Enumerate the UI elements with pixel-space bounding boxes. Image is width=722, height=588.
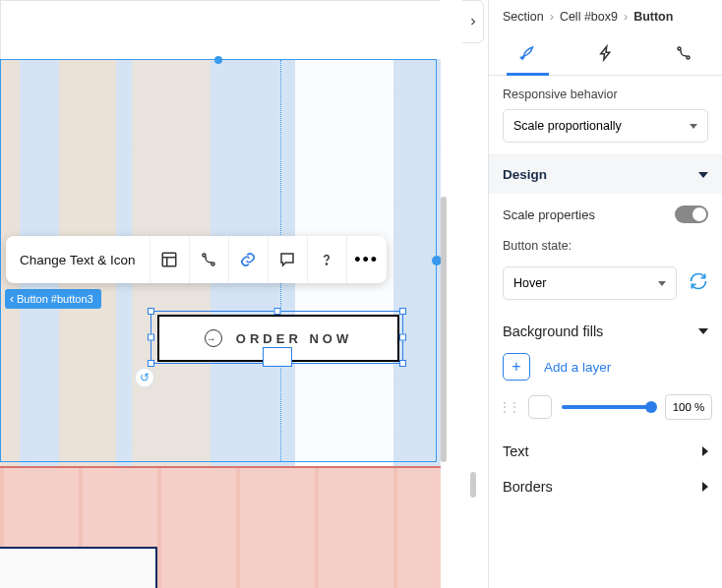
handle-mr[interactable] xyxy=(399,334,406,341)
responsive-select[interactable]: Scale proportionally xyxy=(503,109,708,143)
svg-point-1 xyxy=(203,254,206,257)
drag-handle-icon[interactable]: ⋮⋮ xyxy=(499,400,518,414)
responsive-label: Responsive behavior xyxy=(503,88,708,101)
selection-tag-label: Button #button3 xyxy=(17,293,93,305)
scale-properties-toggle[interactable] xyxy=(675,206,708,223)
animation-icon[interactable] xyxy=(190,236,229,283)
chevron-down-icon xyxy=(698,328,708,334)
floating-toolbar: Change Text & Icon ••• xyxy=(6,236,387,283)
svg-point-3 xyxy=(326,264,327,265)
change-text-label: Change Text & Icon xyxy=(20,253,136,267)
tab-animation[interactable] xyxy=(567,31,644,75)
crumb-section[interactable]: Section xyxy=(503,10,544,24)
change-text-button[interactable]: Change Text & Icon xyxy=(6,236,150,283)
chevron-down-icon xyxy=(698,172,708,178)
add-layer-label[interactable]: Add a layer xyxy=(544,360,611,375)
responsive-behavior-section: Responsive behavior Scale proportionally xyxy=(489,76,722,155)
editor-canvas[interactable]: → ORDER NOW Button #button3 ↺ Change Tex… xyxy=(0,0,484,588)
handle-tc[interactable] xyxy=(273,308,280,315)
chevron-right-icon xyxy=(702,482,708,492)
opacity-input[interactable]: 100 % xyxy=(665,394,712,420)
handle-tr[interactable] xyxy=(399,308,406,315)
scale-properties-label: Scale properties xyxy=(503,207,595,222)
handle-tl[interactable] xyxy=(148,308,154,315)
crumb-current: Button xyxy=(633,10,673,24)
fill-layer-row: ⋮⋮ 100 % xyxy=(489,390,722,434)
handle-bc[interactable] xyxy=(263,347,292,367)
scale-properties-row: Scale properties xyxy=(489,194,722,235)
fill-color-swatch[interactable] xyxy=(528,395,552,419)
canvas-scrollbar[interactable] xyxy=(441,197,447,462)
borders-section-label: Borders xyxy=(503,479,553,495)
canvas-blank-strip xyxy=(0,0,441,59)
tab-link[interactable] xyxy=(644,31,722,75)
responsive-value: Scale proportionally xyxy=(513,119,622,133)
page-scrollbar[interactable] xyxy=(470,472,476,498)
rotate-handle[interactable]: ↺ xyxy=(135,368,154,387)
svg-point-5 xyxy=(687,56,690,59)
chevron-right-icon xyxy=(702,446,708,456)
handle-ml[interactable] xyxy=(148,334,154,341)
panel-expand-toggle[interactable] xyxy=(462,0,484,43)
handle-bl[interactable] xyxy=(148,360,154,367)
svg-point-2 xyxy=(211,263,214,265)
link-icon[interactable] xyxy=(229,236,269,283)
selection-tag[interactable]: Button #button3 xyxy=(5,289,101,309)
chevron-right-icon: › xyxy=(624,10,628,24)
apply-state-icon[interactable] xyxy=(689,271,708,295)
button-state-value: Hover xyxy=(513,276,546,290)
handle-br[interactable] xyxy=(399,360,406,367)
text-section-label: Text xyxy=(503,443,529,459)
selection-handle-top[interactable] xyxy=(214,56,222,64)
tab-design[interactable] xyxy=(489,31,567,75)
breadcrumb: Section › Cell #box9 › Button xyxy=(489,0,722,31)
svg-rect-0 xyxy=(162,253,176,266)
background-fills-header[interactable]: Background fills xyxy=(489,314,722,349)
design-header-label: Design xyxy=(503,167,547,182)
button-state-label: Button state: xyxy=(503,239,708,253)
design-section-header[interactable]: Design xyxy=(489,155,722,194)
text-section-header[interactable]: Text xyxy=(489,434,722,469)
inspector-tabs xyxy=(489,31,722,76)
crumb-cell[interactable]: Cell #box9 xyxy=(560,10,618,24)
background-fills-label: Background fills xyxy=(503,323,603,339)
add-layer-row: + Add a layer xyxy=(489,349,722,390)
partial-element-peek xyxy=(0,547,157,588)
more-icon[interactable]: ••• xyxy=(347,236,387,283)
opacity-slider[interactable] xyxy=(562,405,655,409)
borders-section-header[interactable]: Borders xyxy=(489,469,722,504)
chevron-right-icon: › xyxy=(550,10,554,24)
help-icon[interactable] xyxy=(308,236,347,283)
button-state-select[interactable]: Hover xyxy=(503,266,677,300)
inspector-panel: Section › Cell #box9 › Button Responsive… xyxy=(488,0,722,588)
layout-icon[interactable] xyxy=(150,236,190,283)
comment-icon[interactable] xyxy=(269,236,308,283)
svg-point-4 xyxy=(678,47,681,50)
add-layer-button[interactable]: + xyxy=(503,353,530,381)
button-state-row: Hover xyxy=(489,261,722,314)
opacity-value: 100 % xyxy=(673,401,705,413)
button-selection-outline[interactable] xyxy=(150,311,403,364)
